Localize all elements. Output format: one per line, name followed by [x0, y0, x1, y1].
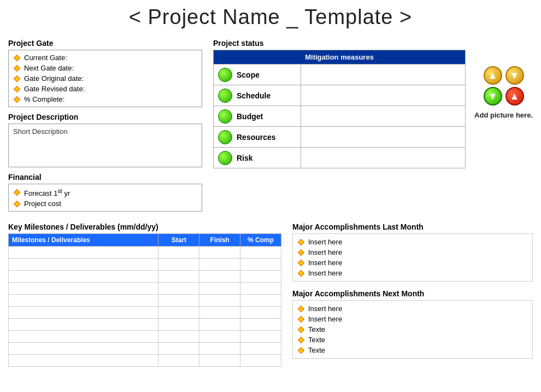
accomplishment-item: Insert here [297, 247, 528, 258]
milestones-cell [158, 355, 199, 367]
milestones-section: Key Milestones / Deliverables (mm/dd/yy)… [8, 223, 281, 367]
bullet-icon [297, 249, 305, 256]
status-table-wrapper: Mitigation measures Scope Schedule [213, 50, 466, 168]
status-section: Project status Mitigation measures Scope [213, 39, 533, 168]
milestones-data-row [9, 331, 281, 343]
milestones-cell [199, 343, 240, 355]
status-row: Schedule [214, 85, 466, 106]
milestones-cell [158, 307, 199, 319]
bottom-layout: Key Milestones / Deliverables (mm/dd/yy)… [8, 223, 533, 367]
bullet-icon [13, 189, 21, 196]
accomplishment-text: Insert here [308, 248, 342, 256]
accomplishment-text: Insert here [308, 315, 342, 323]
status-row: Resources [214, 127, 466, 148]
status-mitigation-cell [301, 127, 466, 148]
gate-section-title: Project Gate [8, 39, 202, 48]
accomplishments-last-title: Major Accomplishments Last Month [292, 223, 533, 231]
milestones-cell [158, 295, 199, 307]
accomplishments-next-box: Insert here Insert here Texte Texte Text… [292, 300, 533, 359]
status-green-circle [218, 68, 232, 82]
status-label-cell: Risk [214, 148, 301, 168]
milestones-cell [9, 295, 158, 307]
status-row: Scope [214, 65, 466, 85]
status-label-cell: Schedule [214, 85, 301, 106]
bullet-icon [13, 85, 21, 93]
milestones-data-row [9, 271, 281, 283]
milestones-cell [158, 331, 199, 343]
milestones-cell [9, 271, 158, 283]
description-section-title: Project Description [8, 113, 202, 121]
gate-row: % Complete: [13, 94, 197, 104]
milestones-cell [240, 271, 281, 283]
accomplishment-item: Insert here [297, 268, 528, 278]
status-row: Budget [214, 106, 466, 127]
accomplishment-item: Insert here [297, 303, 528, 314]
financial-section-title: Financial [8, 173, 202, 182]
milestones-data-row [9, 247, 281, 259]
milestones-cell [240, 283, 281, 295]
status-label: Budget [237, 112, 263, 121]
bullet-icon [13, 54, 21, 62]
right-column: Project status Mitigation measures Scope [213, 39, 533, 177]
milestones-cell [199, 355, 240, 367]
milestones-cell [199, 259, 240, 271]
milestones-col-header: Finish [199, 234, 240, 247]
bullet-icon [297, 270, 305, 277]
milestones-cell [158, 343, 199, 355]
milestones-cell [9, 283, 158, 295]
accomplishments-next-title: Major Accomplishments Next Month [292, 289, 533, 298]
milestones-data-row [9, 295, 281, 307]
arrow-up-yellow-icon[interactable]: ▲ [484, 66, 502, 85]
milestones-cell [240, 307, 281, 319]
left-column: Project Gate Current Gate: Next Gate dat… [8, 39, 202, 217]
add-picture-text: Add picture here. [474, 111, 533, 119]
bullet-icon [297, 347, 305, 354]
milestones-cell [199, 271, 240, 283]
arrow-up-red-icon[interactable]: ▲ [505, 87, 524, 106]
milestones-cell [199, 283, 240, 295]
status-green-circle [218, 89, 232, 103]
accomplishment-item: Insert here [297, 258, 528, 268]
bullet-icon [297, 336, 305, 344]
accomplishment-text: Insert here [308, 259, 342, 267]
milestones-cell [9, 319, 158, 331]
status-green-circle [218, 151, 232, 165]
milestones-cell [158, 283, 199, 295]
milestones-cell [9, 259, 158, 271]
status-label: Resources [237, 133, 276, 142]
description-text: Short Description [13, 127, 68, 136]
milestones-cell [240, 247, 281, 259]
milestones-cell [199, 331, 240, 343]
status-section-title: Project status [213, 39, 533, 48]
status-label: Scope [237, 71, 260, 79]
status-green-circle [218, 109, 232, 124]
description-box: Short Description [8, 124, 202, 167]
bullet-icon [297, 326, 305, 334]
status-header: Mitigation measures [214, 50, 466, 65]
milestones-cell [199, 295, 240, 307]
milestones-data-row [9, 319, 281, 331]
arrow-down-yellow-icon[interactable]: ▼ [505, 66, 524, 85]
milestones-data-row [9, 355, 281, 367]
bullet-icon [297, 305, 305, 313]
gate-row-label: % Complete: [24, 95, 64, 103]
gate-row-label: Gate Original date: [24, 74, 84, 83]
accomplishment-text: Insert here [308, 238, 342, 246]
gate-row-label: Next Gate date: [24, 64, 74, 72]
gate-row: Gate Revised date: [13, 84, 197, 94]
status-mitigation-cell [301, 148, 466, 168]
accomplishment-text: Insert here [308, 269, 342, 277]
milestones-header-row: Milestones / DeliverablesStartFinish% Co… [9, 234, 281, 247]
status-mitigation-cell [301, 85, 466, 106]
milestones-cell [240, 259, 281, 271]
milestones-cell [9, 247, 158, 259]
milestones-cell [9, 343, 158, 355]
milestones-col-header: % Comp [240, 234, 281, 247]
icon-row-bottom: ▼ ▲ [484, 87, 524, 106]
accomplishments-last-box: Insert here Insert here Insert here Inse… [292, 233, 533, 282]
financial-box: Forecast 1st yr Project cost [8, 184, 202, 212]
status-label-cell: Resources [214, 127, 301, 148]
arrow-down-green-icon[interactable]: ▼ [484, 87, 502, 106]
milestones-cell [240, 319, 281, 331]
status-label-cell: Budget [214, 106, 301, 127]
